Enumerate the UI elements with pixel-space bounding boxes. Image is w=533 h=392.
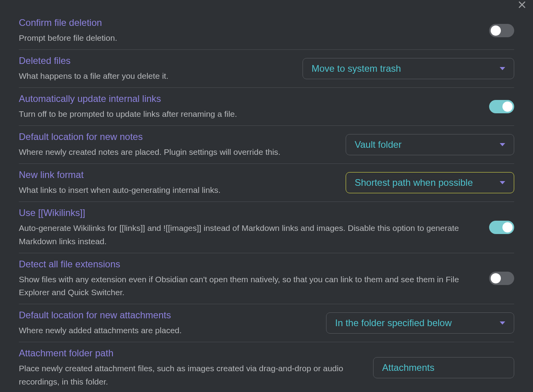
setting-control bbox=[489, 24, 514, 37]
setting-confirm-deletion: Confirm file deletion Prompt before file… bbox=[19, 12, 514, 50]
setting-auto-update-links: Automatically update internal links Turn… bbox=[19, 88, 514, 126]
setting-description: Prompt before file deletion. bbox=[19, 31, 480, 45]
setting-text: Detect all file extensions Show files wi… bbox=[19, 258, 480, 299]
setting-description: Place newly created attachment files, su… bbox=[19, 362, 364, 388]
setting-text: Attachment folder path Place newly creat… bbox=[19, 347, 364, 388]
setting-control bbox=[489, 221, 514, 234]
auto-update-links-toggle[interactable] bbox=[489, 100, 514, 113]
close-icon[interactable] bbox=[518, 0, 526, 11]
setting-title: Deleted files bbox=[19, 54, 293, 67]
new-link-format-dropdown[interactable]: Shortest path when possible bbox=[346, 172, 514, 193]
setting-use-wikilinks: Use [[Wikilinks]] Auto-generate Wikilink… bbox=[19, 202, 514, 253]
setting-control bbox=[489, 272, 514, 285]
setting-new-link-format: New link format What links to insert whe… bbox=[19, 164, 514, 202]
setting-description: Show files with any extension even if Ob… bbox=[19, 273, 480, 299]
setting-text: Confirm file deletion Prompt before file… bbox=[19, 16, 480, 45]
setting-text: Automatically update internal links Turn… bbox=[19, 93, 480, 121]
dropdown-value: Shortest path when possible bbox=[355, 177, 473, 188]
chevron-down-icon bbox=[500, 181, 505, 184]
setting-title: Confirm file deletion bbox=[19, 16, 480, 29]
setting-control bbox=[373, 357, 514, 378]
dropdown-value: Move to system trash bbox=[312, 63, 401, 74]
setting-text: Deleted files What happens to a file aft… bbox=[19, 54, 293, 83]
default-note-location-dropdown[interactable]: Vault folder bbox=[346, 134, 514, 155]
detect-extensions-toggle[interactable] bbox=[489, 272, 514, 285]
setting-text: Default location for new notes Where new… bbox=[19, 131, 336, 159]
toggle-knob bbox=[491, 25, 501, 36]
setting-description: Auto-generate Wikilinks for [[links]] an… bbox=[19, 221, 480, 248]
deleted-files-dropdown[interactable]: Move to system trash bbox=[303, 58, 514, 79]
chevron-down-icon bbox=[500, 321, 505, 325]
toggle-knob bbox=[502, 222, 513, 232]
setting-description: Where newly created notes are placed. Pl… bbox=[19, 145, 336, 159]
setting-text: Default location for new attachments Whe… bbox=[19, 309, 317, 337]
setting-description: Turn off to be prompted to update links … bbox=[19, 107, 480, 121]
setting-default-note-location: Default location for new notes Where new… bbox=[19, 126, 514, 164]
setting-title: Detect all file extensions bbox=[19, 258, 480, 270]
setting-title: Default location for new notes bbox=[19, 131, 336, 143]
dropdown-value: Vault folder bbox=[355, 139, 402, 150]
setting-control bbox=[489, 100, 514, 113]
toggle-knob bbox=[502, 102, 513, 112]
setting-text: Use [[Wikilinks]] Auto-generate Wikilink… bbox=[19, 207, 480, 248]
setting-detect-extensions: Detect all file extensions Show files wi… bbox=[19, 253, 514, 305]
setting-description: What links to insert when auto-generatin… bbox=[19, 183, 336, 197]
setting-deleted-files: Deleted files What happens to a file aft… bbox=[19, 50, 514, 88]
use-wikilinks-toggle[interactable] bbox=[489, 221, 514, 234]
setting-control: In the folder specified below bbox=[326, 312, 514, 334]
setting-title: Attachment folder path bbox=[19, 347, 364, 359]
setting-attachment-folder-path: Attachment folder path Place newly creat… bbox=[19, 342, 514, 392]
confirm-deletion-toggle[interactable] bbox=[489, 24, 514, 37]
setting-title: New link format bbox=[19, 169, 336, 181]
setting-text: New link format What links to insert whe… bbox=[19, 169, 336, 197]
toggle-knob bbox=[491, 273, 501, 283]
attachment-folder-path-input[interactable] bbox=[373, 357, 514, 378]
setting-control: Shortest path when possible bbox=[346, 172, 514, 193]
setting-description: What happens to a file after you delete … bbox=[19, 69, 293, 83]
setting-description: Where newly added attachments are placed… bbox=[19, 324, 317, 337]
chevron-down-icon bbox=[500, 67, 505, 70]
dropdown-value: In the folder specified below bbox=[335, 318, 452, 328]
setting-title: Automatically update internal links bbox=[19, 93, 480, 105]
setting-control: Vault folder bbox=[346, 134, 514, 155]
setting-title: Default location for new attachments bbox=[19, 309, 317, 321]
chevron-down-icon bbox=[500, 143, 505, 146]
setting-control: Move to system trash bbox=[303, 58, 514, 79]
setting-default-attachment-location: Default location for new attachments Whe… bbox=[19, 304, 514, 342]
default-attachment-location-dropdown[interactable]: In the folder specified below bbox=[326, 312, 514, 334]
settings-panel: Confirm file deletion Prompt before file… bbox=[19, 12, 514, 392]
setting-title: Use [[Wikilinks]] bbox=[19, 207, 480, 219]
